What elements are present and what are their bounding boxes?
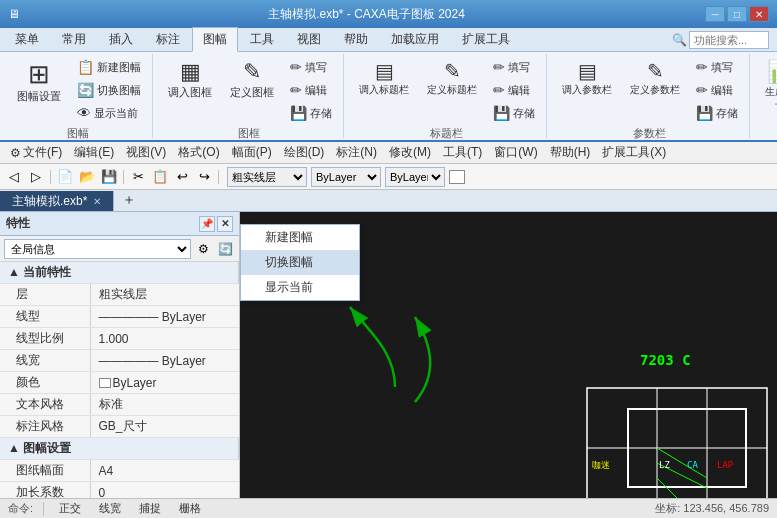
prop-val-color[interactable]: ByLayer xyxy=(90,372,239,394)
save-params-icon: 💾 xyxy=(696,105,713,121)
menu-window[interactable]: 窗口(W) xyxy=(488,142,543,163)
panel-pin-btn[interactable]: 📌 xyxy=(199,216,215,232)
btn-define-params-label: 定义参数栏 xyxy=(630,83,680,96)
titlebar-group-label: 标题栏 xyxy=(430,126,463,143)
menu-format[interactable]: 格式(O) xyxy=(172,142,225,163)
btn-save-frame-label: 存储 xyxy=(310,106,332,121)
btn-save-titlebar[interactable]: 💾 存储 xyxy=(488,102,540,124)
tab-layout[interactable]: 图幅 xyxy=(192,27,238,52)
prop-val-layer[interactable]: 粗实线层 xyxy=(90,284,239,306)
btn-fill-params[interactable]: ✏ 填写 xyxy=(691,56,743,78)
doc-tab-add[interactable]: ＋ xyxy=(114,189,144,211)
btn-load-titlebar[interactable]: ▤ 调入标题栏 xyxy=(352,56,416,101)
tab-common[interactable]: 常用 xyxy=(51,27,97,51)
menu-page[interactable]: 幅面(P) xyxy=(226,142,278,163)
toolbar-divider-3 xyxy=(218,170,219,184)
menu-modify[interactable]: 修改(M) xyxy=(383,142,437,163)
menu-bar: ⚙ 文件(F) 编辑(E) 视图(V) 格式(O) 幅面(P) 绘图(D) 标注… xyxy=(0,142,777,164)
section-current-label: ▲ 当前特性 xyxy=(0,262,239,284)
menu-draw[interactable]: 绘图(D) xyxy=(278,142,331,163)
panel-dropdown[interactable]: 全局信息 xyxy=(4,239,191,259)
menu-edit[interactable]: 编辑(E) xyxy=(68,142,120,163)
color-swatch[interactable] xyxy=(449,170,465,184)
status-linewidth[interactable]: 线宽 xyxy=(94,498,126,518)
btn-new-page[interactable]: 📋 新建图幅 xyxy=(72,56,146,78)
toolbar-row: ◁ ▷ 📄 📂 💾 ✂ 📋 ↩ ↪ 粗实线层 ByLayer ByLayer xyxy=(0,164,777,190)
status-snap[interactable]: 捕捉 xyxy=(134,498,166,518)
menu-file[interactable]: ⚙ 文件(F) xyxy=(4,142,68,163)
btn-load-frame[interactable]: ▦ 调入图框 xyxy=(161,56,219,104)
tab-insert[interactable]: 插入 xyxy=(98,27,144,51)
linetype-dropdown[interactable]: ByLayer xyxy=(311,167,381,187)
btn-edit-params[interactable]: ✏ 编辑 xyxy=(691,79,743,101)
btn-load-params[interactable]: ▤ 调入参数栏 xyxy=(555,56,619,101)
status-ortho[interactable]: 正交 xyxy=(54,498,86,518)
prop-row-layer: 层 粗实线层 xyxy=(0,284,239,306)
btn-edit-titlebar[interactable]: ✏ 编辑 xyxy=(488,79,540,101)
btn-show-current[interactable]: 👁 显示当前 xyxy=(72,102,146,124)
btn-define-frame[interactable]: ✎ 定义图框 xyxy=(223,56,281,104)
linewidth-dropdown[interactable]: ByLayer xyxy=(385,167,445,187)
toolbar-cut-btn[interactable]: ✂ xyxy=(128,167,148,187)
minimize-button[interactable]: ─ xyxy=(705,6,725,22)
panel-settings-icon[interactable]: ⚙ xyxy=(193,239,213,259)
toolbar-new-btn[interactable]: 📄 xyxy=(55,167,75,187)
toolbar-redo-btn[interactable]: ↪ xyxy=(194,167,214,187)
btn-save-params[interactable]: 💾 存储 xyxy=(691,102,743,124)
status-bar: 命令: 正交 线宽 捕捉 栅格 坐标: 123.456, 456.789 xyxy=(0,498,777,518)
btn-fill-titlebar-label: 填写 xyxy=(508,60,530,75)
toolbar-save-btn[interactable]: 💾 xyxy=(99,167,119,187)
menu-exttools[interactable]: 扩展工具(X) xyxy=(596,142,672,163)
tab-help[interactable]: 帮助 xyxy=(333,27,379,51)
toolbar-undo-btn[interactable]: ↩ xyxy=(172,167,192,187)
doc-tab-main[interactable]: 主轴模拟.exb* ✕ xyxy=(0,191,114,211)
toolbar-back-btn[interactable]: ◁ xyxy=(4,167,24,187)
btn-switch-page[interactable]: 🔄 切换图幅 xyxy=(72,79,146,101)
toolbar-forward-btn[interactable]: ▷ xyxy=(26,167,46,187)
toolbar-copy-btn[interactable]: 📋 xyxy=(150,167,170,187)
tab-loadapp[interactable]: 加载应用 xyxy=(380,27,450,51)
btn-fill-titlebar[interactable]: ✏ 填写 xyxy=(488,56,540,78)
define-titlebar-icon: ✎ xyxy=(444,61,461,81)
status-grid[interactable]: 栅格 xyxy=(174,498,206,518)
doc-tab-close[interactable]: ✕ xyxy=(93,196,101,207)
main-layout: 特性 📌 ✕ 全局信息 ⚙ 🔄 ▲ 当前特性 层 xyxy=(0,212,777,518)
menu-view[interactable]: 视图(V) xyxy=(120,142,172,163)
layer-dropdown[interactable]: 粗实线层 xyxy=(227,167,307,187)
tab-view[interactable]: 视图 xyxy=(286,27,332,51)
save-titlebar-icon: 💾 xyxy=(493,105,510,121)
dropdown-menu-tufu: 新建图幅 切换图幅 显示当前 xyxy=(240,224,360,301)
search-input[interactable] xyxy=(689,31,769,49)
panel-refresh-icon[interactable]: 🔄 xyxy=(215,239,235,259)
menu-tools[interactable]: 工具(T) xyxy=(437,142,488,163)
prop-val-textstyle[interactable]: 标准 xyxy=(90,394,239,416)
maximize-button[interactable]: □ xyxy=(727,6,747,22)
cad-canvas[interactable]: 7203 C 咖迷 LZ CA LAP xyxy=(240,212,777,518)
btn-save-frame[interactable]: 💾 存储 xyxy=(285,102,337,124)
menu-help[interactable]: 帮助(H) xyxy=(544,142,597,163)
prop-val-paper[interactable]: A4 xyxy=(90,460,239,482)
btn-edit-frame[interactable]: ✏ 编辑 xyxy=(285,79,337,101)
tab-annotate[interactable]: 标注 xyxy=(145,27,191,51)
btn-fill-frame[interactable]: ✏ 填写 xyxy=(285,56,337,78)
btn-define-params[interactable]: ✎ 定义参数栏 xyxy=(623,56,687,101)
dropdown-item-show[interactable]: 显示当前 xyxy=(241,275,359,300)
btn-gen-seqnum[interactable]: 📊 生成序号 xyxy=(758,56,777,116)
btn-define-titlebar[interactable]: ✎ 定义标题栏 xyxy=(420,56,484,101)
new-page-icon: 📋 xyxy=(77,59,94,75)
btn-page-setup[interactable]: ⊞ 图幅设置 xyxy=(10,56,68,108)
dropdown-item-switch[interactable]: 切换图幅 xyxy=(241,250,359,275)
prop-val-dimstyle[interactable]: GB_尺寸 xyxy=(90,416,239,438)
toolbar-open-btn[interactable]: 📂 xyxy=(77,167,97,187)
menu-annotate[interactable]: 标注(N) xyxy=(330,142,383,163)
panel-close-btn[interactable]: ✕ xyxy=(217,216,233,232)
prop-val-linescale[interactable]: 1.000 xyxy=(90,328,239,350)
svg-text:CA: CA xyxy=(687,460,698,470)
tab-tools[interactable]: 工具 xyxy=(239,27,285,51)
close-button[interactable]: ✕ xyxy=(749,6,769,22)
dropdown-item-new[interactable]: 新建图幅 xyxy=(241,225,359,250)
tab-menu[interactable]: 菜单 xyxy=(4,27,50,51)
tab-exttools[interactable]: 扩展工具 xyxy=(451,27,521,51)
prop-val-linetype[interactable]: ————— ByLayer xyxy=(90,306,239,328)
prop-val-linewidth[interactable]: ————— ByLayer xyxy=(90,350,239,372)
